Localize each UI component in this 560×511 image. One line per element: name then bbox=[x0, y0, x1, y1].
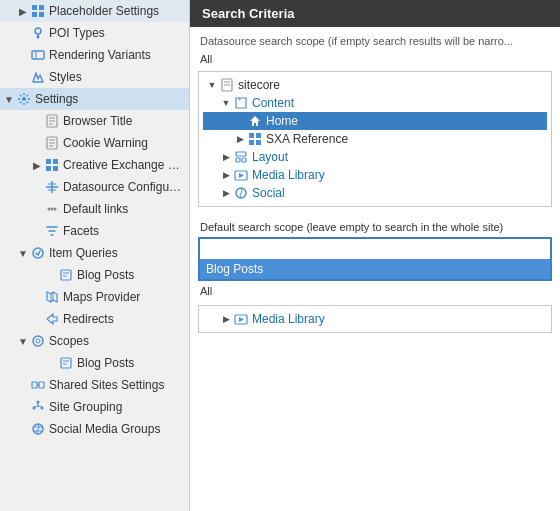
svg-rect-40 bbox=[39, 382, 44, 388]
tree-node-media-library[interactable]: ▶ Media Library bbox=[203, 166, 547, 184]
sidebar-item-label: Site Grouping bbox=[49, 400, 122, 414]
svg-rect-28 bbox=[61, 270, 71, 280]
poi-icon bbox=[30, 25, 46, 41]
maps-icon bbox=[44, 289, 60, 305]
svg-point-4 bbox=[35, 28, 41, 34]
sidebar-item-blog-posts-queries[interactable]: Blog Posts bbox=[0, 264, 189, 286]
svg-rect-59 bbox=[236, 158, 240, 162]
sidebar-item-item-queries[interactable]: ▼ Item Queries bbox=[0, 242, 189, 264]
sidebar-item-label: Rendering Variants bbox=[49, 48, 151, 62]
dropdown-input[interactable] bbox=[200, 239, 550, 259]
sidebar-item-styles[interactable]: Styles bbox=[0, 66, 189, 88]
sidebar-item-default-links[interactable]: Default links bbox=[0, 198, 189, 220]
social-media-icon bbox=[30, 421, 46, 437]
tree-node-media-library-bottom[interactable]: ▶ Media Library bbox=[203, 310, 547, 328]
default-scope-dropdown[interactable]: Blog Posts bbox=[198, 237, 552, 281]
svg-rect-54 bbox=[249, 133, 254, 138]
expand-arrow: ▼ bbox=[16, 248, 30, 259]
bottom-scope-all-label: All bbox=[190, 281, 560, 301]
styles-icon bbox=[30, 69, 46, 85]
sidebar-item-scopes[interactable]: ▼ Scopes bbox=[0, 330, 189, 352]
sidebar-item-blog-posts-scopes[interactable]: Blog Posts bbox=[0, 352, 189, 374]
layout-icon bbox=[233, 149, 249, 165]
default-scope-section: Default search scope (leave empty to sea… bbox=[190, 215, 560, 333]
tree-node-content[interactable]: ▼ Content bbox=[203, 94, 547, 112]
svg-point-24 bbox=[48, 208, 51, 211]
sidebar-item-label: Cookie Warning bbox=[63, 136, 148, 150]
svg-point-34 bbox=[33, 336, 43, 346]
tree-label-social: Social bbox=[252, 186, 285, 200]
svg-rect-16 bbox=[46, 159, 51, 164]
scope-all-label: All bbox=[190, 51, 560, 67]
home-icon bbox=[247, 113, 263, 129]
svg-rect-36 bbox=[61, 358, 71, 368]
tree-node-sitecore[interactable]: ▼ sitecore bbox=[203, 76, 547, 94]
svg-point-26 bbox=[54, 208, 57, 211]
sidebar-item-placeholder-settings[interactable]: ▶ Placeholder Settings bbox=[0, 0, 189, 22]
tree-node-layout[interactable]: ▶ Layout bbox=[203, 148, 547, 166]
tree-label-content: Content bbox=[252, 96, 294, 110]
datasource-icon bbox=[44, 179, 60, 195]
sidebar-item-shared-sites[interactable]: Shared Sites Settings bbox=[0, 374, 189, 396]
svg-rect-17 bbox=[53, 159, 58, 164]
svg-point-7 bbox=[22, 97, 26, 101]
sitecore-icon bbox=[219, 77, 235, 93]
tree-label-media-library-bottom: Media Library bbox=[252, 312, 325, 326]
expand-arrow: ▶ bbox=[30, 160, 44, 171]
sxa-reference-icon bbox=[247, 131, 263, 147]
sidebar: ▶ Placeholder Settings POI Types Renderi… bbox=[0, 0, 190, 511]
tree-arrow-sxa-reference: ▶ bbox=[233, 134, 247, 144]
expand-arrow: ▶ bbox=[16, 6, 30, 17]
page-icon bbox=[44, 135, 60, 151]
sidebar-item-label: Creative Exchange Sto... bbox=[63, 158, 185, 172]
svg-rect-39 bbox=[32, 382, 37, 388]
default-scope-label: Default search scope (leave empty to sea… bbox=[190, 215, 560, 237]
sidebar-item-label: Styles bbox=[49, 70, 82, 84]
page-icon bbox=[44, 113, 60, 129]
sidebar-item-label: Shared Sites Settings bbox=[49, 378, 164, 392]
svg-point-35 bbox=[36, 339, 40, 343]
svg-point-43 bbox=[37, 401, 40, 404]
tree-node-sxa-reference[interactable]: ▶ SXA Reference bbox=[203, 130, 547, 148]
sidebar-item-poi-types[interactable]: POI Types bbox=[0, 22, 189, 44]
svg-rect-2 bbox=[32, 12, 37, 17]
sidebar-item-cookie-warning[interactable]: Cookie Warning bbox=[0, 132, 189, 154]
sidebar-item-redirects[interactable]: Redirects bbox=[0, 308, 189, 330]
sidebar-item-facets[interactable]: Facets bbox=[0, 220, 189, 242]
tree-arrow-social: ▶ bbox=[219, 188, 233, 198]
main-panel: Search Criteria Datasource search scope … bbox=[190, 0, 560, 511]
sidebar-item-label: Redirects bbox=[63, 312, 114, 326]
blog-posts-2-icon bbox=[58, 355, 74, 371]
social-tree-icon bbox=[233, 185, 249, 201]
tree-label-media-library: Media Library bbox=[252, 168, 325, 182]
blog-posts-icon bbox=[58, 267, 74, 283]
panel-header: Search Criteria bbox=[190, 0, 560, 27]
sidebar-item-rendering-variants[interactable]: Rendering Variants bbox=[0, 44, 189, 66]
sidebar-item-datasource-config[interactable]: Datasource Configura... bbox=[0, 176, 189, 198]
tree-node-home[interactable]: Home bbox=[203, 112, 547, 130]
sidebar-item-social-media[interactable]: Social Media Groups bbox=[0, 418, 189, 440]
tree-arrow-media-library: ▶ bbox=[219, 170, 233, 180]
links-icon bbox=[44, 201, 60, 217]
placeholder-settings-icon bbox=[30, 3, 46, 19]
redirects-icon bbox=[44, 311, 60, 327]
sidebar-item-label: Placeholder Settings bbox=[49, 4, 159, 18]
dropdown-option-blog-posts[interactable]: Blog Posts bbox=[200, 259, 550, 279]
svg-rect-19 bbox=[53, 166, 58, 171]
sidebar-item-browser-title[interactable]: Browser Title bbox=[0, 110, 189, 132]
sidebar-item-maps-provider[interactable]: Maps Provider bbox=[0, 286, 189, 308]
datasource-tree: ▼ sitecore ▼ Content Home bbox=[198, 71, 552, 207]
sidebar-item-settings[interactable]: ▼ Settings bbox=[0, 88, 189, 110]
sidebar-item-creative-exchange[interactable]: ▶ Creative Exchange Sto... bbox=[0, 154, 189, 176]
svg-rect-18 bbox=[46, 166, 51, 171]
media-library-tree-icon bbox=[233, 167, 249, 183]
tree-label-home: Home bbox=[266, 114, 298, 128]
tree-node-social[interactable]: ▶ Social bbox=[203, 184, 547, 202]
sidebar-item-label: Blog Posts bbox=[77, 356, 134, 370]
sidebar-item-label: Maps Provider bbox=[63, 290, 140, 304]
svg-point-27 bbox=[33, 248, 43, 258]
svg-rect-55 bbox=[256, 133, 261, 138]
sidebar-item-site-grouping[interactable]: Site Grouping bbox=[0, 396, 189, 418]
svg-rect-56 bbox=[249, 140, 254, 145]
content-icon bbox=[233, 95, 249, 111]
